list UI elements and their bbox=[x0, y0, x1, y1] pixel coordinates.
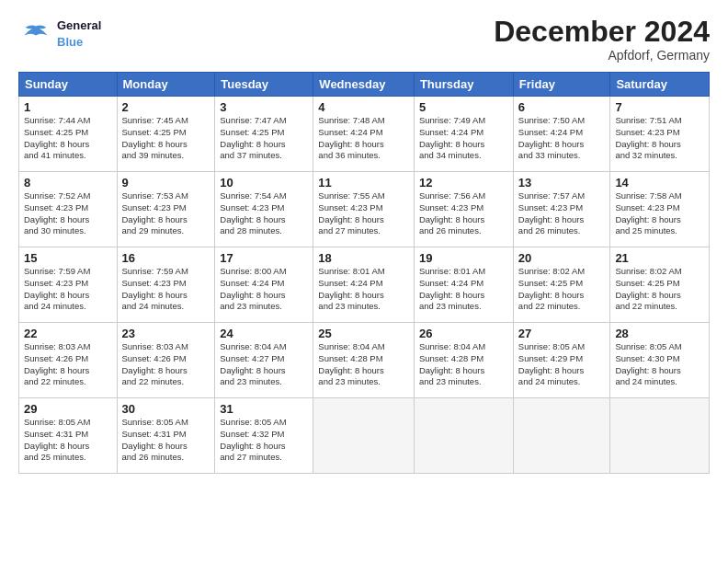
day-info: Sunrise: 7:56 AMSunset: 4:23 PMDaylight:… bbox=[419, 190, 508, 237]
day-number: 18 bbox=[318, 251, 409, 265]
calendar-day-cell: 18 Sunrise: 8:01 AMSunset: 4:24 PMDaylig… bbox=[313, 247, 415, 323]
day-info: Sunrise: 8:05 AMSunset: 4:32 PMDaylight:… bbox=[220, 417, 308, 464]
calendar-day-cell: 25 Sunrise: 8:04 AMSunset: 4:28 PMDaylig… bbox=[313, 323, 415, 398]
day-number: 16 bbox=[122, 251, 210, 265]
day-info: Sunrise: 8:00 AMSunset: 4:24 PMDaylight:… bbox=[220, 266, 308, 313]
day-number: 20 bbox=[518, 251, 606, 265]
calendar-day-cell: 17 Sunrise: 8:00 AMSunset: 4:24 PMDaylig… bbox=[215, 247, 313, 323]
calendar-day-cell: 4 Sunrise: 7:48 AMSunset: 4:24 PMDayligh… bbox=[313, 97, 415, 172]
day-info: Sunrise: 8:02 AMSunset: 4:25 PMDaylight:… bbox=[615, 266, 704, 313]
col-monday: Monday bbox=[117, 73, 215, 97]
calendar-day-cell bbox=[513, 398, 610, 474]
day-number: 7 bbox=[615, 100, 704, 114]
calendar-day-cell: 7 Sunrise: 7:51 AMSunset: 4:23 PMDayligh… bbox=[610, 97, 710, 172]
day-number: 12 bbox=[419, 176, 508, 190]
col-thursday: Thursday bbox=[414, 73, 513, 97]
calendar-day-cell: 16 Sunrise: 7:59 AMSunset: 4:23 PMDaylig… bbox=[117, 247, 215, 323]
calendar-day-cell: 11 Sunrise: 7:55 AMSunset: 4:23 PMDaylig… bbox=[313, 172, 415, 247]
day-number: 30 bbox=[122, 402, 210, 416]
calendar-day-cell: 23 Sunrise: 8:03 AMSunset: 4:26 PMDaylig… bbox=[117, 323, 215, 398]
calendar-day-cell: 27 Sunrise: 8:05 AMSunset: 4:29 PMDaylig… bbox=[513, 323, 610, 398]
logo: General Blue bbox=[18, 17, 101, 49]
col-friday: Friday bbox=[513, 73, 610, 97]
calendar-day-cell: 12 Sunrise: 7:56 AMSunset: 4:23 PMDaylig… bbox=[414, 172, 513, 247]
calendar-header-row: Sunday Monday Tuesday Wednesday Thursday… bbox=[19, 73, 710, 97]
day-number: 14 bbox=[615, 176, 704, 190]
day-number: 21 bbox=[615, 251, 704, 265]
page: General Blue December 2024 Apfdorf, Germ… bbox=[0, 0, 728, 563]
calendar-day-cell: 15 Sunrise: 7:59 AMSunset: 4:23 PMDaylig… bbox=[19, 247, 118, 323]
calendar-day-cell: 2 Sunrise: 7:45 AMSunset: 4:25 PMDayligh… bbox=[117, 97, 215, 172]
day-number: 31 bbox=[220, 402, 308, 416]
day-info: Sunrise: 7:49 AMSunset: 4:24 PMDaylight:… bbox=[419, 115, 508, 162]
calendar-day-cell: 14 Sunrise: 7:58 AMSunset: 4:23 PMDaylig… bbox=[610, 172, 710, 247]
calendar-day-cell: 21 Sunrise: 8:02 AMSunset: 4:25 PMDaylig… bbox=[610, 247, 710, 323]
day-info: Sunrise: 8:01 AMSunset: 4:24 PMDaylight:… bbox=[318, 266, 409, 313]
month-title: December 2024 bbox=[494, 17, 710, 46]
calendar-day-cell: 5 Sunrise: 7:49 AMSunset: 4:24 PMDayligh… bbox=[414, 97, 513, 172]
calendar-week-row: 22 Sunrise: 8:03 AMSunset: 4:26 PMDaylig… bbox=[19, 323, 710, 398]
calendar-week-row: 29 Sunrise: 8:05 AMSunset: 4:31 PMDaylig… bbox=[19, 398, 710, 474]
day-info: Sunrise: 7:53 AMSunset: 4:23 PMDaylight:… bbox=[122, 190, 210, 237]
title-block: December 2024 Apfdorf, Germany bbox=[494, 17, 710, 63]
logo-bird-icon bbox=[18, 23, 53, 43]
day-info: Sunrise: 7:54 AMSunset: 4:23 PMDaylight:… bbox=[220, 190, 308, 237]
day-info: Sunrise: 8:02 AMSunset: 4:25 PMDaylight:… bbox=[518, 266, 606, 313]
day-info: Sunrise: 7:51 AMSunset: 4:23 PMDaylight:… bbox=[615, 115, 704, 162]
calendar-day-cell: 26 Sunrise: 8:04 AMSunset: 4:28 PMDaylig… bbox=[414, 323, 513, 398]
header: General Blue December 2024 Apfdorf, Germ… bbox=[18, 17, 710, 63]
day-number: 8 bbox=[24, 176, 112, 190]
col-tuesday: Tuesday bbox=[215, 73, 313, 97]
day-info: Sunrise: 7:52 AMSunset: 4:23 PMDaylight:… bbox=[24, 190, 112, 237]
calendar-day-cell bbox=[313, 398, 415, 474]
day-number: 10 bbox=[220, 176, 308, 190]
col-sunday: Sunday bbox=[19, 73, 118, 97]
day-info: Sunrise: 8:04 AMSunset: 4:27 PMDaylight:… bbox=[220, 341, 308, 388]
calendar-week-row: 15 Sunrise: 7:59 AMSunset: 4:23 PMDaylig… bbox=[19, 247, 710, 323]
day-info: Sunrise: 8:05 AMSunset: 4:30 PMDaylight:… bbox=[615, 341, 704, 388]
day-info: Sunrise: 8:03 AMSunset: 4:26 PMDaylight:… bbox=[122, 341, 210, 388]
day-info: Sunrise: 8:05 AMSunset: 4:29 PMDaylight:… bbox=[518, 341, 606, 388]
calendar-day-cell: 6 Sunrise: 7:50 AMSunset: 4:24 PMDayligh… bbox=[513, 97, 610, 172]
day-number: 22 bbox=[24, 327, 112, 340]
day-number: 11 bbox=[318, 176, 409, 190]
day-info: Sunrise: 7:47 AMSunset: 4:25 PMDaylight:… bbox=[220, 115, 308, 162]
day-number: 5 bbox=[419, 100, 508, 114]
day-info: Sunrise: 7:55 AMSunset: 4:23 PMDaylight:… bbox=[318, 190, 409, 237]
calendar-day-cell: 3 Sunrise: 7:47 AMSunset: 4:25 PMDayligh… bbox=[215, 97, 313, 172]
day-number: 25 bbox=[318, 327, 409, 340]
col-saturday: Saturday bbox=[610, 73, 710, 97]
day-info: Sunrise: 7:50 AMSunset: 4:24 PMDaylight:… bbox=[518, 115, 606, 162]
calendar-day-cell: 20 Sunrise: 8:02 AMSunset: 4:25 PMDaylig… bbox=[513, 247, 610, 323]
day-info: Sunrise: 8:05 AMSunset: 4:31 PMDaylight:… bbox=[122, 417, 210, 464]
calendar-day-cell: 10 Sunrise: 7:54 AMSunset: 4:23 PMDaylig… bbox=[215, 172, 313, 247]
calendar-day-cell: 24 Sunrise: 8:04 AMSunset: 4:27 PMDaylig… bbox=[215, 323, 313, 398]
day-info: Sunrise: 8:01 AMSunset: 4:24 PMDaylight:… bbox=[419, 266, 508, 313]
calendar-day-cell: 9 Sunrise: 7:53 AMSunset: 4:23 PMDayligh… bbox=[117, 172, 215, 247]
day-info: Sunrise: 7:59 AMSunset: 4:23 PMDaylight:… bbox=[122, 266, 210, 313]
day-number: 29 bbox=[24, 402, 112, 416]
calendar-day-cell: 22 Sunrise: 8:03 AMSunset: 4:26 PMDaylig… bbox=[19, 323, 118, 398]
day-info: Sunrise: 7:45 AMSunset: 4:25 PMDaylight:… bbox=[122, 115, 210, 162]
day-info: Sunrise: 8:03 AMSunset: 4:26 PMDaylight:… bbox=[24, 341, 112, 388]
day-number: 2 bbox=[122, 100, 210, 114]
day-info: Sunrise: 8:05 AMSunset: 4:31 PMDaylight:… bbox=[24, 417, 112, 464]
calendar-day-cell: 30 Sunrise: 8:05 AMSunset: 4:31 PMDaylig… bbox=[117, 398, 215, 474]
col-wednesday: Wednesday bbox=[313, 73, 415, 97]
day-info: Sunrise: 7:44 AMSunset: 4:25 PMDaylight:… bbox=[24, 115, 112, 162]
day-number: 27 bbox=[518, 327, 606, 340]
day-number: 15 bbox=[24, 251, 112, 265]
calendar-day-cell: 31 Sunrise: 8:05 AMSunset: 4:32 PMDaylig… bbox=[215, 398, 313, 474]
day-number: 4 bbox=[318, 100, 409, 114]
calendar-week-row: 1 Sunrise: 7:44 AMSunset: 4:25 PMDayligh… bbox=[19, 97, 710, 172]
calendar-day-cell: 1 Sunrise: 7:44 AMSunset: 4:25 PMDayligh… bbox=[19, 97, 118, 172]
calendar-day-cell bbox=[414, 398, 513, 474]
day-info: Sunrise: 7:59 AMSunset: 4:23 PMDaylight:… bbox=[24, 266, 112, 313]
day-info: Sunrise: 8:04 AMSunset: 4:28 PMDaylight:… bbox=[318, 341, 409, 388]
day-number: 23 bbox=[122, 327, 210, 340]
calendar-day-cell: 8 Sunrise: 7:52 AMSunset: 4:23 PMDayligh… bbox=[19, 172, 118, 247]
day-info: Sunrise: 7:57 AMSunset: 4:23 PMDaylight:… bbox=[518, 190, 606, 237]
day-number: 26 bbox=[419, 327, 508, 340]
day-number: 3 bbox=[220, 100, 308, 114]
calendar-day-cell: 13 Sunrise: 7:57 AMSunset: 4:23 PMDaylig… bbox=[513, 172, 610, 247]
